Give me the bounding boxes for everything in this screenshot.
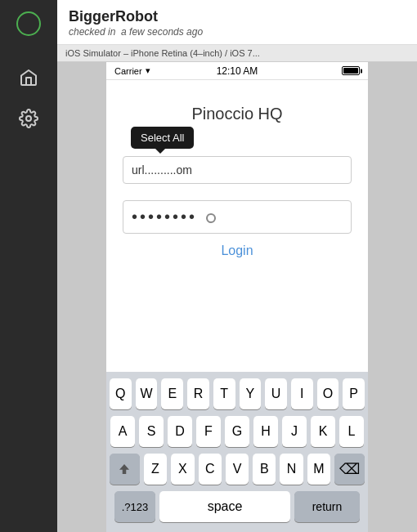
key-n[interactable]: N (280, 454, 303, 485)
delete-key[interactable]: ⌫ (334, 454, 365, 485)
status-line: checked in a few seconds ago (69, 26, 406, 38)
keyboard-row-bottom: .?123 space return (110, 491, 365, 522)
main-content: BiggerRobot checked in a few seconds ago… (57, 0, 417, 532)
key-f[interactable]: F (196, 416, 221, 447)
password-input[interactable]: •••••••• (123, 200, 352, 234)
sidebar-item-home[interactable] (11, 60, 46, 95)
app-content: Pinoccio HQ Select All url..........om •… (106, 80, 368, 372)
key-i[interactable]: I (291, 378, 313, 409)
svg-point-0 (26, 116, 31, 121)
wifi-icon: ▾ (146, 65, 150, 76)
status-time: a few seconds ago (121, 26, 203, 38)
keyboard-row-2: A S D F G H J K L (110, 416, 365, 447)
space-key[interactable]: space (159, 491, 290, 522)
sidebar (0, 0, 57, 532)
status-indicator (16, 11, 41, 36)
email-value: url..........om (132, 163, 192, 177)
key-u[interactable]: U (265, 378, 287, 409)
key-p[interactable]: P (343, 378, 365, 409)
key-z[interactable]: Z (144, 454, 167, 485)
key-d[interactable]: D (168, 416, 192, 447)
battery-area (342, 66, 360, 75)
key-q[interactable]: Q (110, 378, 132, 409)
key-l[interactable]: L (339, 416, 364, 447)
status-prefix: checked in (69, 26, 115, 38)
battery-icon (342, 66, 360, 75)
key-y[interactable]: Y (240, 378, 262, 409)
keyboard-row-1: Q W E R T Y U I O P (110, 378, 365, 409)
key-s[interactable]: S (139, 416, 164, 447)
key-o[interactable]: O (317, 378, 339, 409)
sidebar-item-settings[interactable] (11, 101, 46, 136)
key-r[interactable]: R (187, 378, 209, 409)
key-w[interactable]: W (136, 378, 158, 409)
key-b[interactable]: B (253, 454, 276, 485)
carrier-info: Carrier ▾ (114, 65, 150, 76)
status-bar: Carrier ▾ 12:10 AM (106, 62, 368, 80)
app-title: Pinoccio HQ (191, 105, 282, 123)
key-v[interactable]: V (226, 454, 249, 485)
key-k[interactable]: K (311, 416, 335, 447)
key-g[interactable]: G (225, 416, 249, 447)
cursor-icon (206, 213, 216, 223)
key-c[interactable]: C (199, 454, 222, 485)
device-bar: iOS Simulator – iPhone Retina (4–inch) /… (57, 45, 417, 62)
key-a[interactable]: A (110, 416, 135, 447)
email-input-wrapper: Select All url..........om (123, 156, 352, 192)
login-button[interactable]: Login (221, 244, 253, 258)
carrier-label: Carrier (114, 66, 142, 76)
keyboard-row-3: Z X C V B N M ⌫ (110, 454, 365, 485)
key-m[interactable]: M (307, 454, 330, 485)
key-x[interactable]: X (171, 454, 194, 485)
shift-key[interactable] (110, 454, 140, 485)
phone-container: Carrier ▾ 12:10 AM Pinoccio HQ Select Al… (57, 62, 417, 532)
status-time-display: 12:10 AM (217, 65, 258, 77)
shift-icon (117, 462, 132, 476)
keyboard: Q W E R T Y U I O P A S D F G (106, 372, 368, 532)
password-dots: •••••••• (132, 208, 197, 226)
home-icon (19, 68, 38, 87)
gear-icon (19, 109, 38, 128)
return-key[interactable]: return (294, 491, 360, 522)
phone-frame: Carrier ▾ 12:10 AM Pinoccio HQ Select Al… (106, 62, 368, 532)
email-input[interactable]: url..........om (123, 156, 352, 184)
app-name: BiggerRobot (69, 8, 406, 25)
key-h[interactable]: H (253, 416, 278, 447)
context-menu[interactable]: Select All (131, 127, 194, 149)
key-j[interactable]: J (282, 416, 307, 447)
topbar: BiggerRobot checked in a few seconds ago (57, 0, 417, 45)
key-t[interactable]: T (213, 378, 235, 409)
select-all-label: Select All (141, 132, 184, 144)
key-e[interactable]: E (161, 378, 183, 409)
symbols-key[interactable]: .?123 (114, 491, 155, 522)
